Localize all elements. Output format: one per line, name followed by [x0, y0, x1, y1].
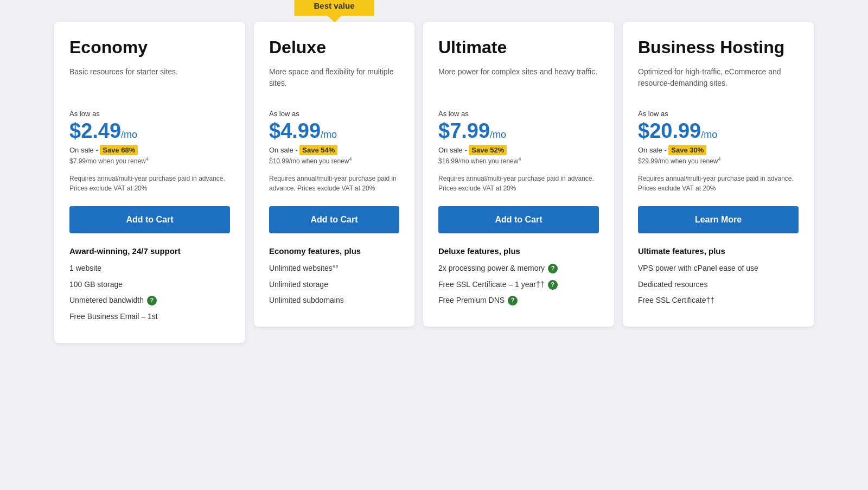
features-label-deluxe: Economy features, plus [269, 246, 399, 256]
plan-price-deluxe: $4.99/mo [269, 120, 399, 143]
as-low-as-ultimate: As low as [438, 110, 599, 118]
add-to-cart-button-ultimate[interactable]: Add to Cart [438, 206, 599, 233]
plan-description-economy: Basic resources for starter sites. [69, 66, 230, 97]
feature-item: Unmetered bandwidth ? [69, 295, 230, 306]
on-sale-deluxe: On sale - Save 54% [269, 146, 399, 154]
plan-description-deluxe: More space and flexibility for multiple … [269, 66, 399, 97]
plan-card-economy: Economy Basic resources for starter site… [54, 22, 245, 343]
save-badge-economy: Save 68% [100, 145, 138, 155]
feature-text: Free Premium DNS [438, 295, 505, 306]
plan-name-ultimate: Ultimate [438, 37, 599, 58]
as-low-as-deluxe: As low as [269, 110, 399, 118]
info-icon: ? [147, 296, 157, 306]
plan-description-ultimate: More power for complex sites and heavy t… [438, 66, 599, 97]
renew-price-deluxe: $10.99/mo when you renew4 [269, 156, 399, 165]
feature-item: 1 website [69, 263, 230, 274]
on-sale-ultimate: On sale - Save 52% [438, 146, 599, 154]
feature-text: Unlimited subdomains [269, 295, 344, 306]
renew-price-ultimate: $16.99/mo when you renew4 [438, 156, 599, 165]
plan-name-deluxe: Deluxe [269, 37, 399, 58]
feature-text: Free Business Email – 1st [69, 311, 158, 322]
plan-price-economy: $2.49/mo [69, 120, 230, 143]
feature-item: Unlimited storage [269, 279, 399, 290]
feature-item: 2x processing power & memory ? [438, 263, 599, 274]
annual-notice-deluxe: Requires annual/multi-year purchase paid… [269, 174, 399, 193]
features-label-economy: Award-winning, 24/7 support [69, 246, 230, 256]
annual-notice-business: Requires annual/multi-year purchase paid… [638, 174, 799, 193]
per-mo-business: /mo [701, 129, 717, 140]
save-badge-business: Save 30% [668, 145, 706, 155]
save-badge-ultimate: Save 52% [469, 145, 507, 155]
feature-text: Unlimited storage [269, 279, 328, 290]
annual-notice-ultimate: Requires annual/multi-year purchase paid… [438, 174, 599, 193]
feature-item: 100 GB storage [69, 279, 230, 290]
plan-description-business: Optimized for high-traffic, eCommerce an… [638, 66, 799, 97]
feature-text: Free SSL Certificate – 1 year†† [438, 279, 545, 290]
feature-text: 100 GB storage [69, 279, 123, 290]
plan-name-economy: Economy [69, 37, 230, 58]
feature-text: Dedicated resources [638, 279, 707, 290]
feature-item: Free Business Email – 1st [69, 311, 230, 322]
add-to-cart-button-deluxe[interactable]: Add to Cart [269, 206, 399, 233]
per-mo-deluxe: /mo [321, 129, 337, 140]
feature-item: Unlimited websites°° [269, 263, 399, 274]
on-sale-economy: On sale - Save 68% [69, 146, 230, 154]
plan-price-business: $20.99/mo [638, 120, 799, 143]
features-label-ultimate: Deluxe features, plus [438, 246, 599, 256]
feature-item: VPS power with cPanel ease of use [638, 263, 799, 274]
info-icon: ? [508, 296, 518, 306]
plan-card-deluxe: Deluxe More space and flexibility for mu… [254, 22, 414, 327]
pricing-wrapper: Economy Basic resources for starter site… [54, 22, 814, 343]
info-icon: ? [548, 280, 558, 290]
feature-text: Unlimited websites°° [269, 263, 339, 274]
best-value-banner: Best value [294, 0, 374, 16]
annual-notice-economy: Requires annual/multi-year purchase paid… [69, 174, 230, 193]
plan-price-ultimate: $7.99/mo [438, 120, 599, 143]
save-badge-deluxe: Save 54% [299, 145, 337, 155]
renew-price-economy: $7.99/mo when you renew4 [69, 156, 230, 165]
feature-item: Free SSL Certificate†† [638, 295, 799, 306]
learn-more-button-business[interactable]: Learn More [638, 206, 799, 233]
feature-item: Free SSL Certificate – 1 year†† ? [438, 279, 599, 290]
as-low-as-business: As low as [638, 110, 799, 118]
feature-item: Free Premium DNS ? [438, 295, 599, 306]
feature-text: 1 website [69, 263, 101, 274]
plan-card-ultimate: Ultimate More power for complex sites an… [423, 22, 614, 327]
featured-plan-wrapper: Best value Deluxe More space and flexibi… [254, 22, 414, 327]
feature-item: Dedicated resources [638, 279, 799, 290]
feature-text: Unmetered bandwidth [69, 295, 144, 306]
add-to-cart-button-economy[interactable]: Add to Cart [69, 206, 230, 233]
features-label-business: Ultimate features, plus [638, 246, 799, 256]
on-sale-business: On sale - Save 30% [638, 146, 799, 154]
plan-card-business: Business Hosting Optimized for high-traf… [623, 22, 814, 327]
renew-price-business: $29.99/mo when you renew4 [638, 156, 799, 165]
feature-text: VPS power with cPanel ease of use [638, 263, 758, 274]
feature-item: Unlimited subdomains [269, 295, 399, 306]
as-low-as-economy: As low as [69, 110, 230, 118]
per-mo-economy: /mo [121, 129, 137, 140]
plan-name-business: Business Hosting [638, 37, 799, 58]
feature-text: 2x processing power & memory [438, 263, 545, 274]
info-icon: ? [548, 264, 558, 273]
feature-text: Free SSL Certificate†† [638, 295, 714, 306]
per-mo-ultimate: /mo [490, 129, 506, 140]
plans-container: Economy Basic resources for starter site… [54, 22, 814, 343]
